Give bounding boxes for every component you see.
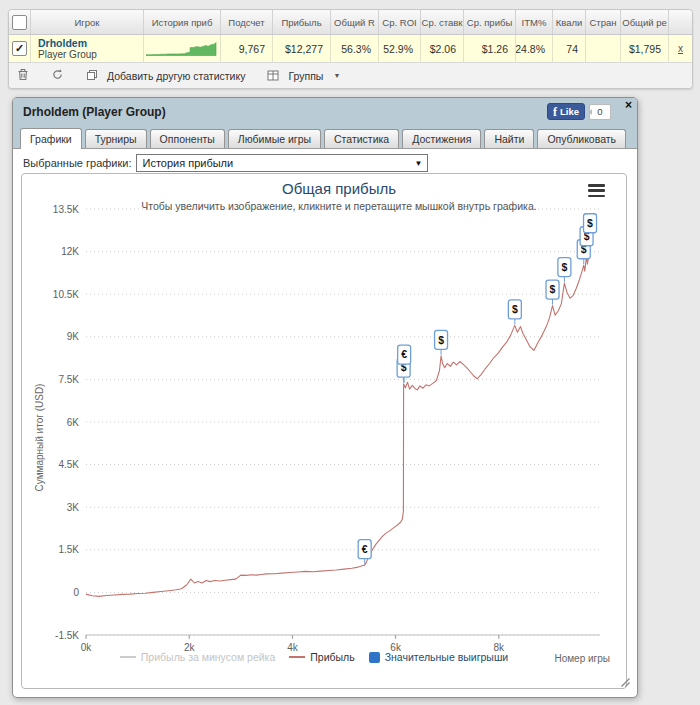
table-cell: 9,767 xyxy=(221,35,273,62)
svg-text:4.5K: 4.5K xyxy=(58,459,79,470)
svg-text:$: $ xyxy=(512,303,518,315)
tab-Турниры[interactable]: Турниры xyxy=(85,129,147,148)
y-axis-title: Суммарный итог (USD) xyxy=(34,338,45,538)
legend-square-swatch xyxy=(369,652,380,663)
table-cell: $1,795 xyxy=(621,35,669,62)
header-checkbox[interactable] xyxy=(12,15,27,30)
table-cell: $1.26 xyxy=(464,35,516,62)
tab-Статистика[interactable]: Статистика xyxy=(324,129,399,148)
legend-line-swatch xyxy=(120,656,136,658)
add-statistic-button[interactable]: Добавить другую статистику xyxy=(107,70,245,82)
refresh-icon[interactable] xyxy=(51,67,64,85)
close-icon[interactable]: × xyxy=(625,98,632,112)
svg-text:-1.5K: -1.5K xyxy=(55,630,79,641)
tab-Достижения[interactable]: Достижения xyxy=(402,129,481,148)
svg-text:$: $ xyxy=(587,217,593,229)
profit-chart[interactable]: 13.5K12K10.5K9K7.5K6K4.5K3K1.5K0-1.5K0k2… xyxy=(22,174,626,688)
tab-Графики[interactable]: Графики xyxy=(20,128,82,149)
select-caret-icon: ▼ xyxy=(415,159,423,168)
facebook-like: f Like 0 xyxy=(547,103,611,120)
resize-grip-icon[interactable] xyxy=(620,674,631,692)
chart-selector-row: Выбранные графики: История прибыли ▼ xyxy=(23,154,428,172)
svg-text:7.5K: 7.5K xyxy=(58,374,79,385)
chart-title: Общая прибыль xyxy=(52,180,626,197)
table-cell: $2.06 xyxy=(421,35,464,62)
legend-item[interactable]: Прибыль за минусом рейка xyxy=(120,651,275,663)
svg-text:0: 0 xyxy=(73,587,79,598)
facebook-icon: f xyxy=(553,106,557,118)
player-cell[interactable]: DrholdemPlayer Group xyxy=(31,35,144,62)
like-label: Like xyxy=(560,106,579,117)
table-cell: 52.9% xyxy=(379,35,421,62)
legend-label: Значительные выигрыши xyxy=(385,651,508,663)
like-count-badge: 0 xyxy=(589,104,611,120)
table-header-cell[interactable]: Ср. прибы xyxy=(464,10,516,34)
stats-card: ИгрокИстория прибПодсчетПрибыльОбщий RСр… xyxy=(8,9,693,89)
panel-header[interactable]: Drholdem (Player Group) f Like 0 × xyxy=(13,98,637,125)
table-header-cell[interactable]: Подсчет xyxy=(221,10,273,34)
chart-select-dropdown[interactable]: История прибыли ▼ xyxy=(136,154,428,172)
table-header-cell[interactable]: История приб xyxy=(144,10,221,34)
table-row[interactable]: ✓DrholdemPlayer Group9,767$12,27756.3%52… xyxy=(9,35,692,63)
table-header-cell[interactable]: Игрок xyxy=(31,10,144,34)
trash-icon[interactable] xyxy=(17,67,29,85)
svg-text:1.5K: 1.5K xyxy=(58,544,79,555)
svg-text:€: € xyxy=(362,543,368,555)
svg-text:$: $ xyxy=(550,283,556,295)
table-header-cell[interactable]: Ср. ROI xyxy=(379,10,421,34)
row-checkbox-cell[interactable]: ✓ xyxy=(9,35,31,62)
groups-button[interactable]: Группы xyxy=(288,70,323,82)
svg-text:€: € xyxy=(401,348,407,360)
panel-title: Drholdem (Player Group) xyxy=(23,105,166,119)
sparkline-chart xyxy=(146,41,218,57)
table-cell: 24.8% xyxy=(516,35,553,62)
svg-text:12K: 12K xyxy=(61,246,79,257)
table-header-cell[interactable]: ITM% xyxy=(516,10,553,34)
legend-label: Прибыль xyxy=(310,651,354,663)
player-name[interactable]: Drholdem xyxy=(38,37,87,49)
chart-container[interactable]: 13.5K12K10.5K9K7.5K6K4.5K3K1.5K0-1.5K0k2… xyxy=(21,173,627,689)
svg-text:$: $ xyxy=(438,334,444,346)
stats-toolbar: Добавить другую статистику Группы ▼ xyxy=(9,63,692,88)
add-statistic-icon[interactable] xyxy=(86,67,98,85)
legend-item[interactable]: Прибыль xyxy=(289,651,354,663)
chart-selector-label: Выбранные графики: xyxy=(23,157,131,169)
row-checkbox[interactable]: ✓ xyxy=(12,41,27,56)
tab-Найти[interactable]: Найти xyxy=(484,129,534,148)
table-header-cell[interactable]: Квали xyxy=(553,10,586,34)
profit-history-sparkline xyxy=(144,35,221,62)
svg-text:9K: 9K xyxy=(67,331,80,342)
svg-text:10.5K: 10.5K xyxy=(53,289,79,300)
table-header-cell[interactable]: Общий R xyxy=(331,10,379,34)
chart-select-value: История прибыли xyxy=(142,157,233,169)
tab-Опубликовать[interactable]: Опубликовать xyxy=(537,129,626,148)
table-header-cell[interactable]: Стран xyxy=(586,10,621,34)
table-header-cell[interactable]: Ср. ставк xyxy=(421,10,464,34)
table-header-cell[interactable]: Общий ре xyxy=(621,10,669,34)
player-type: Player Group xyxy=(38,49,97,61)
legend-line-swatch xyxy=(289,656,305,658)
remove-row-link[interactable]: x xyxy=(678,43,683,54)
table-header-cell[interactable]: Прибыль xyxy=(273,10,331,34)
select-all-checkbox[interactable] xyxy=(9,10,31,34)
player-group-panel: Drholdem (Player Group) f Like 0 × Графи… xyxy=(12,97,638,698)
legend-item[interactable]: Значительные выигрыши xyxy=(369,651,508,663)
remove-row-cell[interactable]: x xyxy=(669,35,692,62)
chart-legend: Прибыль за минусом рейкаПрибыльЗначитель… xyxy=(62,651,566,663)
table-header-cell-remove xyxy=(669,10,692,34)
svg-text:3K: 3K xyxy=(67,502,80,513)
table-cell: $12,277 xyxy=(273,35,331,62)
facebook-like-button[interactable]: f Like xyxy=(547,103,585,120)
chevron-down-icon: ▼ xyxy=(333,72,340,79)
table-cell xyxy=(586,35,621,62)
table-cell: 74 xyxy=(553,35,586,62)
tab-Оппоненты[interactable]: Оппоненты xyxy=(150,129,225,148)
svg-text:6K: 6K xyxy=(67,417,80,428)
groups-icon[interactable] xyxy=(267,67,279,85)
chart-subtitle: Чтобы увеличить изображение, кликните и … xyxy=(52,200,626,212)
chart-menu-icon[interactable] xyxy=(588,184,605,197)
svg-text:$: $ xyxy=(561,261,567,273)
tab-bar: ГрафикиТурнирыОппонентыЛюбимые игрыСтати… xyxy=(13,125,637,149)
tab-Любимые игры[interactable]: Любимые игры xyxy=(228,129,321,148)
stats-table-header: ИгрокИстория прибПодсчетПрибыльОбщий RСр… xyxy=(9,10,692,35)
